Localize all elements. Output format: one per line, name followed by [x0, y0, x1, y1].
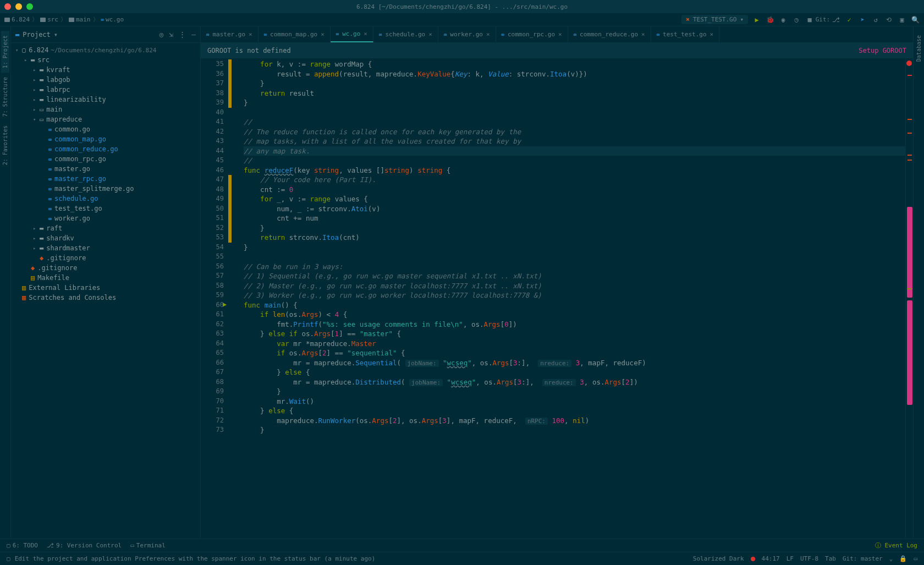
tree-item[interactable]: ▸▬raft	[11, 223, 200, 233]
git-revert-button[interactable]: ⟲	[884, 15, 893, 24]
code-line[interactable]: } else {	[244, 406, 905, 416]
theme-selector[interactable]: Solarized Dark	[693, 555, 744, 562]
tree-item[interactable]: ∞test_test.go	[11, 204, 200, 213]
editor-tab[interactable]: ∞test_test.go×	[651, 26, 720, 42]
target-icon[interactable]: ◎	[160, 30, 164, 39]
tree-item[interactable]: ∞common_map.go	[11, 134, 200, 144]
memory-indicator-icon[interactable]: ▭	[914, 555, 917, 562]
breadcrumb-item[interactable]: 6.824	[4, 16, 30, 23]
tree-item[interactable]: ◆.gitignore	[11, 263, 200, 273]
code-line[interactable]: num, _ := strconv.Atoi(v)	[244, 204, 905, 214]
chevron-icon[interactable]: ⌄	[889, 555, 893, 562]
git-commit-button[interactable]: ✓	[845, 15, 854, 24]
code-line[interactable]: } else if os.Args[1] == "master" {	[244, 329, 905, 339]
warning-mark[interactable]	[908, 155, 912, 156]
code-line[interactable]: for k, v := range wordMap {	[244, 59, 905, 69]
code-line[interactable]: for _, v := range values {	[244, 194, 905, 204]
code-line[interactable]: var mr *mapreduce.Master	[244, 339, 905, 349]
code-line[interactable]: mr = mapreduce.Distributed( jobName: "wc…	[244, 377, 905, 387]
code-line[interactable]: func reduceF(key string, values []string…	[244, 166, 905, 175]
code-line[interactable]: // The reduce function is called once fo…	[244, 127, 905, 137]
bottom-tab-todo[interactable]: ▢6: TODO	[7, 542, 38, 549]
code-line[interactable]: // 1) Sequential (e.g., go run wc.go mas…	[244, 271, 905, 281]
tree-item[interactable]: ▸▬kvraft	[11, 65, 200, 75]
code-line[interactable]: // 2) Master (e.g., go run wc.go master …	[244, 281, 905, 291]
bottom-tab-vcs[interactable]: ⎇9: Version Control	[47, 542, 122, 549]
tree-item[interactable]: ∞worker.go	[11, 213, 200, 223]
code-line[interactable]: }	[244, 425, 905, 435]
error-stripe[interactable]	[905, 58, 913, 539]
editor-tab[interactable]: ∞schedule.go×	[373, 26, 438, 42]
editor-tab[interactable]: ∞common_map.go×	[258, 26, 331, 42]
event-log-button[interactable]: Event Log	[884, 542, 917, 549]
git-branch-status[interactable]: Git: master	[843, 555, 883, 562]
ide-settings-button[interactable]: ▣	[898, 15, 906, 24]
close-tab-icon[interactable]: ×	[364, 30, 367, 37]
run-gutter-icon[interactable]: ▶	[223, 300, 227, 308]
code-line[interactable]: result = append(result, mapreduce.KeyVal…	[244, 69, 905, 79]
maximize-window-button[interactable]	[26, 3, 33, 10]
tree-item[interactable]: ▸▬shardmaster	[11, 243, 200, 253]
tool-tab-database[interactable]: Database	[915, 31, 923, 66]
code-line[interactable]: }	[244, 79, 905, 89]
scrollbar-thumb[interactable]	[907, 207, 912, 298]
tree-item[interactable]: ▸▬src	[11, 55, 200, 65]
tool-tab-structure[interactable]: 7: Structure	[1, 73, 9, 121]
search-everywhere-button[interactable]: 🔍	[911, 15, 920, 24]
code-line[interactable]: if len(os.Args) < 4 {	[244, 310, 905, 320]
tree-item[interactable]: ▸▬linearizability	[11, 95, 200, 105]
git-branch-button[interactable]: ⎇	[832, 15, 840, 24]
close-tab-icon[interactable]: ×	[321, 31, 324, 38]
tree-item[interactable]: ▸▭main	[11, 105, 200, 114]
code-line[interactable]: mr.Wait()	[244, 397, 905, 407]
editor-tab[interactable]: ∞wc.go×	[331, 26, 373, 42]
project-tree[interactable]: ▾ ▢ 6.824 ~/Documents/chengzhi/go/6.824 …	[11, 43, 200, 539]
code-line[interactable]: // 3) Worker (e.g., go run wc.go worker …	[244, 290, 905, 300]
tree-item[interactable]: ▥External Libraries	[11, 283, 200, 293]
run-configuration-selector[interactable]: ✖ TEST_TEST.GO ▾	[681, 15, 748, 24]
git-push-button[interactable]: ➤	[858, 15, 867, 24]
run-coverage-button[interactable]: ◉	[779, 15, 788, 24]
tool-tab-project[interactable]: 1: Project	[1, 31, 9, 73]
breadcrumb-item[interactable]: ∞wc.go	[101, 16, 124, 23]
collapse-icon[interactable]: ⇲	[169, 30, 173, 39]
change-mark[interactable]	[908, 288, 912, 289]
settings-icon[interactable]: ⋮	[179, 30, 186, 39]
tree-item[interactable]: ▸▬labrpc	[11, 85, 200, 95]
tree-root[interactable]: ▾ ▢ 6.824 ~/Documents/chengzhi/go/6.824	[11, 45, 200, 55]
code-line[interactable]: return strconv.Itoa(cnt)	[244, 233, 905, 243]
tree-item[interactable]: ▾▭mapreduce	[11, 114, 200, 124]
tree-item[interactable]: ∞master_rpc.go	[11, 174, 200, 184]
close-tab-icon[interactable]: ×	[710, 31, 714, 38]
debug-button[interactable]: 🐞	[766, 15, 774, 24]
file-encoding[interactable]: UTF-8	[800, 555, 818, 562]
tree-item[interactable]: ▸▬labgob	[11, 75, 200, 85]
code-content[interactable]: for k, v := range wordMap { result = app…	[235, 58, 905, 539]
tree-item[interactable]: ∞master_splitmerge.go	[11, 184, 200, 194]
line-gutter[interactable]: 3536373839404142434445464748495051525354…	[201, 58, 228, 539]
run-button[interactable]: ▶	[752, 15, 761, 24]
code-line[interactable]: } else {	[244, 367, 905, 377]
tree-item[interactable]: ∞common.go	[11, 124, 200, 134]
hide-panel-icon[interactable]: —	[191, 30, 196, 39]
error-mark[interactable]	[908, 75, 912, 76]
editor-tab[interactable]: ∞master.go×	[201, 26, 258, 42]
tree-item[interactable]: ∞master.go	[11, 164, 200, 174]
bottom-tab-terminal[interactable]: ▭Terminal	[130, 542, 166, 549]
notification-action-link[interactable]: Setup GOROOT	[859, 47, 906, 54]
line-separator[interactable]: LF	[787, 555, 794, 562]
editor-tab[interactable]: ∞worker.go×	[438, 26, 496, 42]
breadcrumb-item[interactable]: main	[69, 16, 91, 23]
warning-mark[interactable]	[908, 133, 912, 134]
code-line[interactable]: }	[244, 98, 905, 108]
editor-tab[interactable]: ∞common_reduce.go×	[568, 26, 651, 42]
code-line[interactable]: func main() {	[244, 300, 905, 310]
close-tab-icon[interactable]: ×	[428, 31, 432, 38]
warning-mark[interactable]	[908, 160, 912, 161]
cursor-position[interactable]: 44:17	[762, 555, 780, 562]
lock-icon[interactable]: 🔒	[899, 555, 907, 562]
code-line[interactable]: cnt += num	[244, 213, 905, 223]
close-tab-icon[interactable]: ×	[641, 31, 645, 38]
code-line[interactable]: mr = mapreduce.Sequential( jobName: "wcs…	[244, 358, 905, 368]
code-line[interactable]: // Can be run in 3 ways:	[244, 262, 905, 272]
